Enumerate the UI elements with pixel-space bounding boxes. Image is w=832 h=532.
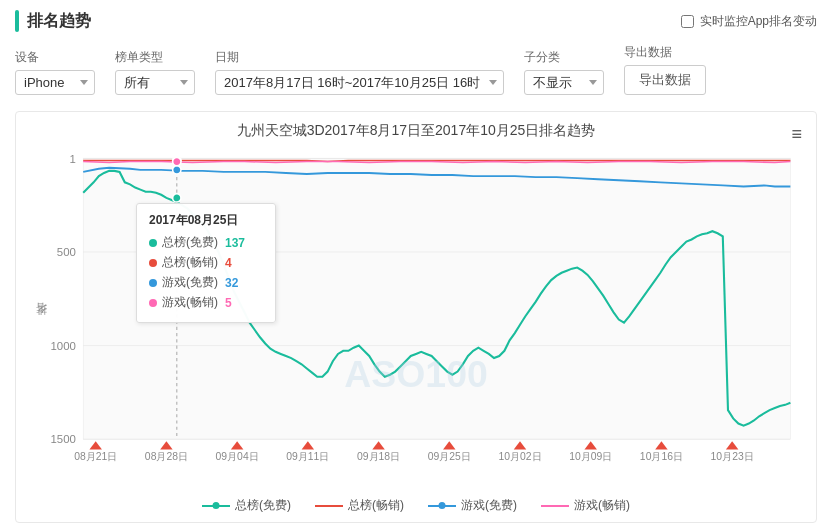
svg-text:1: 1 bbox=[70, 153, 76, 165]
svg-text:08月21日: 08月21日 bbox=[74, 451, 117, 462]
chart-svg-wrapper: 排名 1 500 1000 1500 08月21日 08月28日 09月04日 bbox=[26, 148, 806, 491]
svg-point-33 bbox=[173, 166, 181, 174]
date-filter-group: 日期 2017年8月17日 16时~2017年10月25日 16时 bbox=[215, 49, 504, 95]
export-label: 导出数据 bbox=[624, 44, 706, 61]
legend-item-free-game: 游戏(免费) bbox=[428, 497, 517, 514]
svg-rect-0 bbox=[83, 158, 790, 439]
filters-row: 设备 iPhone iPad 榜单类型 所有 免费 付费 畅销 日期 2017年… bbox=[15, 44, 817, 95]
svg-marker-22 bbox=[302, 441, 314, 449]
chart-area: 九州天空城3D2017年8月17日至2017年10月25日排名趋势 ≡ 排名 1… bbox=[15, 111, 817, 523]
chart-type-select[interactable]: 所有 免费 付费 畅销 bbox=[115, 70, 195, 95]
svg-text:09月04日: 09月04日 bbox=[216, 451, 259, 462]
legend-label-free-game: 游戏(免费) bbox=[461, 497, 517, 514]
svg-text:08月28日: 08月28日 bbox=[145, 451, 188, 462]
svg-marker-20 bbox=[160, 441, 172, 449]
chart-type-filter-group: 榜单类型 所有 免费 付费 畅销 bbox=[115, 49, 195, 95]
svg-text:10月16日: 10月16日 bbox=[640, 451, 683, 462]
svg-text:10月23日: 10月23日 bbox=[711, 451, 754, 462]
realtime-monitor: 实时监控App排名变动 bbox=[681, 13, 817, 30]
svg-text:09月18日: 09月18日 bbox=[357, 451, 400, 462]
svg-text:10月02日: 10月02日 bbox=[498, 451, 541, 462]
svg-text:1000: 1000 bbox=[51, 340, 76, 352]
chart-svg: 1 500 1000 1500 08月21日 08月28日 09月04日 09月… bbox=[26, 148, 806, 491]
svg-text:10月09日: 10月09日 bbox=[569, 451, 612, 462]
svg-marker-26 bbox=[584, 441, 596, 449]
date-label: 日期 bbox=[215, 49, 504, 66]
svg-marker-24 bbox=[443, 441, 455, 449]
device-select[interactable]: iPhone iPad bbox=[15, 70, 95, 95]
page-container: 排名趋势 实时监控App排名变动 设备 iPhone iPad 榜单类型 所有 … bbox=[0, 0, 832, 532]
svg-marker-23 bbox=[372, 441, 384, 449]
svg-text:09月11日: 09月11日 bbox=[286, 451, 329, 462]
chart-menu-icon[interactable]: ≡ bbox=[791, 124, 802, 145]
svg-marker-19 bbox=[89, 441, 101, 449]
svg-text:ASO100: ASO100 bbox=[344, 353, 488, 395]
chart-title: 九州天空城3D2017年8月17日至2017年10月25日排名趋势 bbox=[26, 122, 806, 140]
svg-marker-28 bbox=[726, 441, 738, 449]
section-title-bar: 排名趋势 bbox=[15, 10, 91, 32]
svg-text:500: 500 bbox=[57, 246, 76, 258]
legend-label-paid-game: 游戏(畅销) bbox=[574, 497, 630, 514]
y-axis-label: 排名 bbox=[34, 320, 49, 324]
realtime-checkbox[interactable] bbox=[681, 15, 694, 28]
realtime-label: 实时监控App排名变动 bbox=[700, 13, 817, 30]
svg-marker-25 bbox=[514, 441, 526, 449]
chart-legend: 总榜(免费) 总榜(畅销) 游戏(免费) 游戏(畅销) bbox=[26, 497, 806, 514]
svg-text:09月25日: 09月25日 bbox=[428, 451, 471, 462]
legend-item-paid-total: 总榜(畅销) bbox=[315, 497, 404, 514]
device-label: 设备 bbox=[15, 49, 95, 66]
svg-marker-27 bbox=[655, 441, 667, 449]
legend-label-free-total: 总榜(免费) bbox=[235, 497, 291, 514]
legend-item-paid-game: 游戏(畅销) bbox=[541, 497, 630, 514]
device-filter-group: 设备 iPhone iPad bbox=[15, 49, 95, 95]
svg-point-31 bbox=[173, 194, 181, 202]
subcategory-select[interactable]: 不显示 显示 bbox=[524, 70, 604, 95]
export-filter-group: 导出数据 导出数据 bbox=[624, 44, 706, 95]
section-title-accent bbox=[15, 10, 19, 32]
svg-point-34 bbox=[173, 157, 181, 165]
chart-type-label: 榜单类型 bbox=[115, 49, 195, 66]
section-title: 排名趋势 bbox=[27, 11, 91, 32]
section-header: 排名趋势 实时监控App排名变动 bbox=[15, 10, 817, 32]
svg-text:1500: 1500 bbox=[51, 433, 76, 445]
date-select[interactable]: 2017年8月17日 16时~2017年10月25日 16时 bbox=[215, 70, 504, 95]
subcategory-label: 子分类 bbox=[524, 49, 604, 66]
svg-marker-21 bbox=[231, 441, 243, 449]
legend-label-paid-total: 总榜(畅销) bbox=[348, 497, 404, 514]
subcategory-filter-group: 子分类 不显示 显示 bbox=[524, 49, 604, 95]
export-button[interactable]: 导出数据 bbox=[624, 65, 706, 95]
legend-item-free-total: 总榜(免费) bbox=[202, 497, 291, 514]
